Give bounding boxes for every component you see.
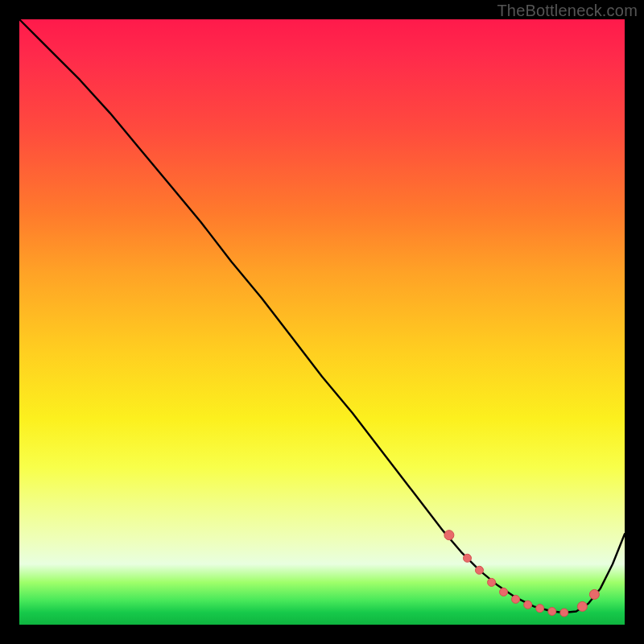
bottleneck-curve [19,19,625,613]
plot-area [19,19,625,625]
marker-point [464,554,472,562]
marker-point [500,588,508,596]
marker-point [488,578,496,586]
marker-point [524,601,532,609]
marker-point [548,608,556,616]
marker-point [512,595,520,603]
watermark-text: TheBottleneck.com [497,2,638,20]
marker-point [536,605,544,613]
marker-point [476,566,484,574]
curve-svg [19,19,625,625]
marker-point [560,609,568,617]
marker-point [589,589,599,599]
marker-point [444,530,454,540]
marker-point [577,601,587,611]
chart-stage: TheBottleneck.com [0,0,644,644]
highlighted-points [444,530,600,617]
